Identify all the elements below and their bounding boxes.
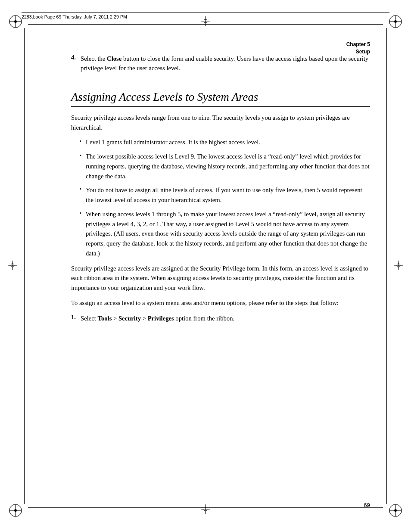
- bullet-dot-2: •: [80, 152, 86, 160]
- reg-mark-ml: [8, 261, 17, 272]
- book-info-text: 2283.book Page 69 Thursday, July 7, 2011…: [22, 14, 127, 19]
- svg-point-7: [394, 20, 397, 23]
- svg-point-3: [14, 20, 17, 23]
- bullet-text-1: Level 1 grants full administrator access…: [86, 137, 370, 147]
- chapter-label: Chapter 5: [346, 41, 370, 48]
- step-4-text: Select the Close button to close the for…: [81, 54, 370, 73]
- bullet-item-1: • Level 1 grants full administrator acce…: [80, 137, 370, 147]
- step-4-number: 4.: [71, 54, 81, 73]
- bullet-dot-1: •: [80, 137, 86, 146]
- bullet-item-4: • When using access levels 1 through 5, …: [80, 209, 370, 258]
- bullet-dot-3: •: [80, 185, 86, 193]
- right-border: [386, 28, 387, 504]
- bullet-text-2: The lowest possible access level is Leve…: [86, 152, 370, 181]
- reg-mark-tr: [388, 14, 403, 29]
- bullet-item-2: • The lowest possible access level is Le…: [80, 152, 370, 181]
- bullet-dot-4: •: [80, 209, 86, 218]
- svg-point-15: [394, 509, 397, 512]
- section-heading: Assigning Access Levels to System Areas: [71, 90, 370, 107]
- bullet-text-3: You do not have to assign all nine level…: [86, 185, 370, 205]
- bullet-text-4: When using access levels 1 through 5, to…: [86, 209, 370, 258]
- bullet-list: • Level 1 grants full administrator acce…: [80, 137, 370, 258]
- second-paragraph: Security privilege access levels are ass…: [71, 264, 370, 293]
- step-1-text: Select Tools > Security > Privileges opt…: [81, 314, 234, 323]
- svg-point-11: [14, 509, 17, 512]
- reg-mark-tl: [8, 14, 23, 29]
- reg-mark-bl: [8, 503, 23, 518]
- step-1-number: 1.: [71, 314, 81, 321]
- book-header: 2283.book Page 69 Thursday, July 7, 2011…: [22, 12, 389, 21]
- bullet-item-3: • You do not have to assign all nine lev…: [80, 185, 370, 205]
- security-label: Security: [118, 315, 141, 322]
- page-number: 69: [364, 502, 370, 508]
- step-4-block: 4. Select the Close button to close the …: [71, 54, 370, 73]
- reg-mark-mr: [394, 261, 403, 272]
- chapter-header: Chapter 5 Setup: [346, 41, 370, 56]
- page: 2283.book Page 69 Thursday, July 7, 2011…: [0, 0, 411, 532]
- reg-mark-bc: [201, 504, 210, 516]
- left-border: [24, 28, 25, 504]
- step-1-block: 1. Select Tools > Security > Privileges …: [71, 314, 370, 323]
- intro-steps-para: To assign an access level to a system me…: [71, 298, 370, 308]
- main-content: 4. Select the Close button to close the …: [71, 54, 370, 323]
- reg-mark-br: [388, 503, 403, 518]
- intro-paragraph: Security privilege access levels range f…: [71, 113, 370, 132]
